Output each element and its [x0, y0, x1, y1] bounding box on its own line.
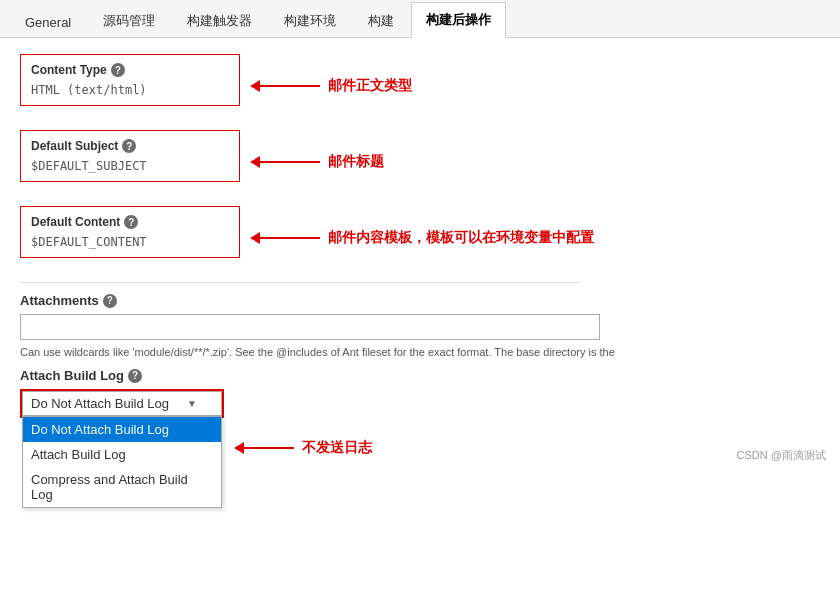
default-subject-row: Default Subject ? $DEFAULT_SUBJECT 邮件标题: [20, 130, 820, 194]
default-content-row: Default Content ? $DEFAULT_CONTENT 邮件内容模…: [20, 206, 820, 270]
attach-build-log-help-icon[interactable]: ?: [128, 369, 142, 383]
attachments-label: Attachments ?: [20, 293, 820, 308]
tab-general[interactable]: General: [10, 6, 86, 38]
default-subject-annotation: 邮件标题: [250, 153, 384, 171]
default-subject-annotation-text: 邮件标题: [328, 153, 384, 171]
default-subject-value: $DEFAULT_SUBJECT: [31, 159, 229, 173]
chevron-down-icon: ▼: [187, 398, 197, 409]
build-log-annotation: 不发送日志: [234, 439, 372, 457]
select-wrapper: Do Not Attach Build Log ▼ Do Not Attach …: [22, 391, 222, 416]
default-content-label: Default Content ?: [31, 215, 229, 229]
arrow-head-icon: [250, 232, 260, 244]
arrow-shaft: [260, 85, 320, 87]
tab-trigger[interactable]: 构建触发器: [172, 3, 267, 38]
default-subject-label: Default Subject ?: [31, 139, 229, 153]
main-content: Content Type ? HTML (text/html) 邮件正文类型 D…: [0, 38, 840, 473]
attachments-hint: Can use wildcards like 'module/dist/**/*…: [20, 346, 720, 358]
content-type-annotation: 邮件正文类型: [250, 77, 412, 95]
separator: [20, 282, 580, 283]
content-type-value: HTML (text/html): [31, 83, 229, 97]
default-content-section: Default Content ? $DEFAULT_CONTENT: [20, 206, 240, 258]
attach-build-log-row: Do Not Attach Build Log ▼ Do Not Attach …: [20, 389, 820, 457]
arrow-head-icon: [250, 156, 260, 168]
tab-build-env[interactable]: 构建环境: [269, 3, 351, 38]
arrow-shaft: [244, 447, 294, 449]
tab-source[interactable]: 源码管理: [88, 3, 170, 38]
arrow-shaft: [260, 161, 320, 163]
dropdown-menu: Do Not Attach Build Log Attach Build Log…: [22, 416, 222, 508]
select-value: Do Not Attach Build Log: [31, 396, 169, 411]
tabs-bar: General 源码管理 构建触发器 构建环境 构建 构建后操作: [0, 0, 840, 38]
default-content-help-icon[interactable]: ?: [124, 215, 138, 229]
tab-post-build[interactable]: 构建后操作: [411, 2, 506, 38]
default-content-value: $DEFAULT_CONTENT: [31, 235, 229, 249]
arrow-head-icon: [250, 80, 260, 92]
default-content-annotation: 邮件内容模板，模板可以在环境变量中配置: [250, 229, 594, 247]
attachments-input[interactable]: [20, 314, 600, 340]
attachments-section: Attachments ? Can use wildcards like 'mo…: [20, 293, 820, 358]
default-content-annotation-text: 邮件内容模板，模板可以在环境变量中配置: [328, 229, 594, 247]
default-subject-help-icon[interactable]: ?: [122, 139, 136, 153]
attach-build-log-label: Attach Build Log ?: [20, 368, 820, 383]
select-display[interactable]: Do Not Attach Build Log ▼: [22, 391, 222, 416]
content-type-annotation-text: 邮件正文类型: [328, 77, 412, 95]
arrow-shaft: [260, 237, 320, 239]
dropdown-item-1[interactable]: Attach Build Log: [23, 442, 221, 467]
tab-build[interactable]: 构建: [353, 3, 409, 38]
dropdown-item-2[interactable]: Compress and Attach Build Log: [23, 467, 221, 507]
build-log-annotation-text: 不发送日志: [302, 439, 372, 457]
attach-build-log-dropdown-wrapper: Do Not Attach Build Log ▼ Do Not Attach …: [20, 389, 224, 418]
content-type-section: Content Type ? HTML (text/html): [20, 54, 240, 106]
content-type-help-icon[interactable]: ?: [111, 63, 125, 77]
dropdown-item-0[interactable]: Do Not Attach Build Log: [23, 417, 221, 442]
arrow-head-icon: [234, 442, 244, 454]
default-subject-section: Default Subject ? $DEFAULT_SUBJECT: [20, 130, 240, 182]
watermark: CSDN @雨滴测试: [737, 448, 826, 463]
content-type-label: Content Type ?: [31, 63, 229, 77]
attachments-help-icon[interactable]: ?: [103, 294, 117, 308]
content-type-row: Content Type ? HTML (text/html) 邮件正文类型: [20, 54, 820, 118]
attach-build-log-section: Attach Build Log ? Do Not Attach Build L…: [20, 368, 820, 457]
